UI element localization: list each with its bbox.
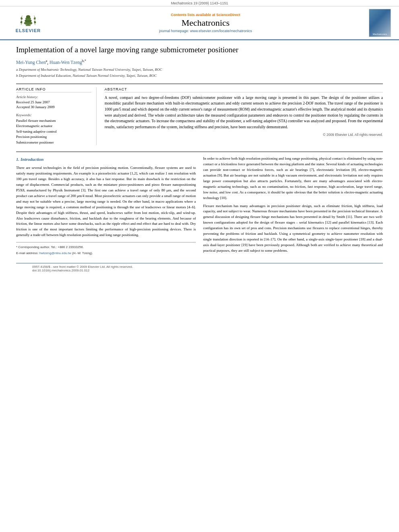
elsevier-logo: ELSEVIER — [8, 12, 48, 34]
main-content: Implementation of a novel large moving r… — [0, 40, 399, 282]
journal-homepage: journal homepage: www.elsevier.com/locat… — [52, 29, 359, 33]
authors-line: Mei-Yung Chena, Huan-Wen Tzengb,* — [16, 59, 383, 65]
keywords-label: Keywords: — [16, 113, 91, 117]
kw2: Electromagnetic actuator — [16, 123, 91, 129]
journal-cover-area: Mechatronics — [359, 9, 391, 37]
corresponding-note: * Corresponding author. Tel.: +886 2 239… — [16, 245, 196, 250]
sciencedirect-link[interactable]: ScienceDirect — [216, 13, 241, 17]
article-info-label: Article Info — [16, 87, 91, 92]
body-para-1: There are several technologies in the fi… — [16, 165, 196, 238]
kw5: Submicrometer positioner — [16, 140, 91, 146]
section1-heading: 1. Introduction — [16, 156, 196, 163]
journal-title: Mechatronics — [52, 18, 359, 28]
homepage-prefix: journal homepage: — [159, 29, 190, 33]
svg-point-5 — [26, 15, 31, 18]
body-col-left: 1. Introduction There are several techno… — [16, 156, 196, 257]
kw3: Self-tuning adaptive control — [16, 129, 91, 135]
journal-cover-thumb: Mechatronics — [369, 9, 391, 37]
sciencedirect-prefix: Contents lists available at — [171, 13, 216, 17]
svg-point-8 — [33, 17, 36, 20]
elsevier-wordmark: ELSEVIER — [16, 28, 41, 33]
body-para-2: In order to achieve both high resolution… — [203, 156, 383, 201]
email-address[interactable]: hwtzeng@ntnu.edu.tw — [39, 251, 71, 255]
article-history-label: Article history: — [16, 95, 91, 99]
journal-citation: Mechatronics 19 (2009) 1143–1151 — [171, 1, 228, 5]
abstract-panel: Abstract A novel, compact and two degree… — [105, 87, 383, 146]
affil-a: a Department of Mechatronic Technology, … — [16, 67, 383, 73]
svg-point-7 — [20, 21, 23, 23]
footer-notes: * Corresponding author. Tel.: +886 2 239… — [16, 242, 196, 256]
body-columns: 1. Introduction There are several techno… — [16, 152, 383, 257]
doi-line: doi:10.1016/j.mechatronics.2009.01.012 — [32, 269, 89, 272]
body-col-right: In order to achieve both high resolution… — [203, 156, 383, 257]
email-label: E-mail address: — [16, 251, 39, 255]
keywords-list: Parallel flexure mechanism Electromagnet… — [16, 118, 91, 146]
elsevier-tree-icon — [16, 13, 40, 27]
affiliations: a Department of Mechatronic Technology, … — [16, 67, 383, 79]
abstract-label: Abstract — [105, 87, 383, 92]
elsevier-logo-area: ELSEVIER — [8, 12, 52, 34]
accepted-date: Accepted 30 January 2009 — [16, 105, 91, 109]
journal-top-bar: Mechatronics 19 (2009) 1143–1151 — [0, 0, 399, 6]
affil-b: b Department of Industrial Education, Na… — [16, 73, 383, 79]
article-title: Implementation of a novel large moving r… — [16, 45, 383, 55]
article-info-panel: Article Info Article history: Received 2… — [16, 87, 97, 146]
author-huan-wen: Huan-Wen Tzeng — [49, 60, 82, 65]
body-para-3: Flexure mechanism has many advantages in… — [203, 203, 383, 254]
issn-line: 0957-4158/$ - see front matter © 2009 El… — [32, 265, 133, 269]
affil-a-sup: a — [46, 59, 47, 63]
journal-header-center: Contents lists available at ScienceDirec… — [52, 13, 359, 33]
abstract-text: A novel, compact and two degree-of-freed… — [105, 95, 383, 130]
copyright-line: © 2009 Elsevier Ltd. All rights reserved… — [105, 133, 383, 137]
svg-point-6 — [21, 17, 23, 20]
email-author: (H.-W. Tzeng). — [72, 251, 93, 255]
affil-b-sup: b,* — [82, 59, 86, 63]
kw1: Parallel flexure mechanism — [16, 118, 91, 124]
received-date: Received 25 June 2007 — [16, 100, 91, 104]
info-abstract-row: Article Info Article history: Received 2… — [16, 84, 383, 146]
email-line: E-mail address: hwtzeng@ntnu.edu.tw (H.-… — [16, 251, 196, 256]
cover-thumb-title: Mechatronics — [373, 33, 387, 35]
author-mei-yung: Mei-Yung Chen — [16, 60, 46, 65]
svg-point-9 — [34, 21, 36, 23]
homepage-url[interactable]: www.elsevier.com/locate/mechatronics — [190, 29, 252, 33]
journal-header: ELSEVIER Contents lists available at Sci… — [0, 6, 399, 40]
sciencedirect-line: Contents lists available at ScienceDirec… — [52, 13, 359, 17]
bottom-bar: 0957-4158/$ - see front matter © 2009 El… — [16, 263, 383, 274]
kw4: Precision positioning — [16, 134, 91, 140]
